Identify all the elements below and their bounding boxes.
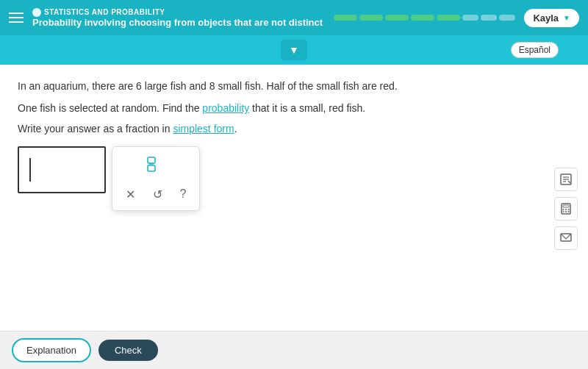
chevron-down-icon: ▼ bbox=[289, 44, 299, 56]
notes-icon-button[interactable] bbox=[554, 168, 578, 191]
svg-point-10 bbox=[563, 209, 564, 210]
app-container: STATISTICS AND PROBABILITY Probability i… bbox=[0, 0, 588, 369]
svg-rect-1 bbox=[148, 165, 155, 171]
check-button[interactable]: Check bbox=[98, 340, 158, 361]
svg-rect-0 bbox=[148, 157, 155, 163]
lesson-title: Probability involving choosing from obje… bbox=[32, 17, 325, 28]
fraction-input-popup: ✕ ↺ ? bbox=[112, 146, 200, 211]
svg-point-14 bbox=[565, 211, 567, 212]
svg-point-13 bbox=[563, 211, 564, 212]
subject-label: STATISTICS AND PROBABILITY bbox=[32, 8, 325, 17]
progress-segment bbox=[481, 15, 497, 21]
calculator-icon-button[interactable] bbox=[554, 197, 578, 221]
probability-link[interactable]: probability bbox=[202, 102, 249, 114]
progress-segment bbox=[385, 15, 409, 21]
popup-actions: ✕ ↺ ? bbox=[123, 184, 190, 204]
undo-button[interactable]: ↺ bbox=[150, 184, 165, 204]
progress-segment bbox=[334, 15, 357, 21]
user-menu-button[interactable]: Kayla ▼ bbox=[524, 9, 579, 27]
text-cursor bbox=[29, 158, 31, 182]
explanation-button[interactable]: Explanation bbox=[12, 338, 91, 362]
progress-segment bbox=[462, 15, 478, 21]
subheader: ▼ Español bbox=[0, 35, 588, 65]
user-name: Kayla bbox=[533, 12, 559, 24]
right-toolbar bbox=[554, 168, 578, 250]
problem-line3: Write your answer as a fraction in simpl… bbox=[18, 123, 570, 135]
clear-button[interactable]: ✕ bbox=[123, 184, 138, 204]
subject-circle-icon bbox=[32, 8, 41, 17]
svg-point-11 bbox=[565, 209, 567, 210]
chevron-down-icon: ▼ bbox=[563, 14, 570, 22]
header-info: STATISTICS AND PROBABILITY Probability i… bbox=[32, 8, 325, 28]
svg-line-7 bbox=[568, 181, 570, 183]
problem-line1: In an aquarium, there are 6 large fish a… bbox=[18, 78, 570, 94]
progress-segment bbox=[411, 15, 434, 21]
svg-rect-9 bbox=[563, 205, 569, 207]
progress-segment bbox=[437, 15, 460, 21]
hamburger-menu-icon[interactable] bbox=[9, 12, 24, 23]
dropdown-toggle-button[interactable]: ▼ bbox=[281, 40, 307, 60]
progress-segment bbox=[359, 15, 383, 21]
message-icon-button[interactable] bbox=[554, 226, 578, 250]
problem-line2: One fish is selected at random. Find the… bbox=[18, 100, 570, 116]
simplest-form-link[interactable]: simplest form bbox=[173, 123, 234, 135]
problem-content: In an aquarium, there are 6 large fish a… bbox=[0, 65, 588, 369]
answer-area: ✕ ↺ ? bbox=[18, 146, 570, 211]
progress-bar bbox=[334, 15, 515, 21]
header: STATISTICS AND PROBABILITY Probability i… bbox=[0, 0, 588, 35]
footer: Explanation Check bbox=[0, 331, 588, 369]
svg-point-12 bbox=[568, 209, 570, 210]
main-content-area: In an aquarium, there are 6 large fish a… bbox=[0, 65, 588, 369]
progress-segment bbox=[499, 15, 515, 21]
help-button[interactable]: ? bbox=[177, 184, 190, 204]
fraction-icon[interactable] bbox=[145, 153, 167, 179]
fraction-answer-input[interactable] bbox=[18, 146, 106, 193]
espanol-button[interactable]: Español bbox=[511, 42, 559, 58]
svg-point-15 bbox=[568, 211, 570, 212]
